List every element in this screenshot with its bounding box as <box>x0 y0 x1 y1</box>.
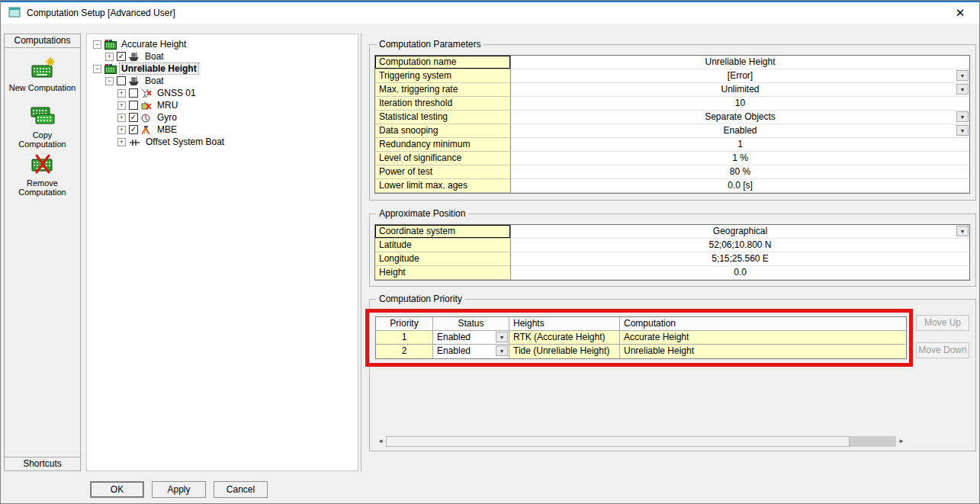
param-value[interactable]: 1 % <box>511 152 969 165</box>
expander-icon[interactable]: + <box>117 89 126 98</box>
tree-item-boat-accurate[interactable]: + ✓ Boat <box>88 50 356 63</box>
expander-icon[interactable]: + <box>117 126 126 134</box>
scroll-left-icon[interactable]: ◄ <box>375 436 386 447</box>
expander-icon[interactable]: + <box>117 114 126 122</box>
tree-item-unreliable-height[interactable]: − Unreliable Height <box>88 63 356 75</box>
scroll-right-icon[interactable]: ► <box>896 436 907 447</box>
tree-item-accurate-height[interactable]: − Accurate Height <box>88 38 356 50</box>
tree-item-label: Gyro <box>156 112 178 123</box>
param-label: Statistical testing <box>375 111 511 124</box>
param-label: Iteration threshold <box>375 97 511 111</box>
dropdown-arrow-icon[interactable]: ▼ <box>956 226 969 236</box>
dropdown-arrow-icon[interactable]: ▼ <box>496 332 508 342</box>
param-value[interactable]: 10 <box>511 97 969 111</box>
checkbox-checked[interactable]: ✓ <box>129 113 138 122</box>
param-value-combo[interactable]: Enabled▼ <box>511 124 969 138</box>
expander-icon[interactable]: − <box>93 40 101 49</box>
param-label: Data snooping <box>375 124 511 138</box>
computation-parameters-group: Computation Parameters Computation name … <box>369 44 976 201</box>
param-row-redundancy-minimum: Redundancy minimum 1 <box>375 138 969 152</box>
expander-icon[interactable]: + <box>117 101 126 110</box>
position-value[interactable]: 0.0 <box>511 266 969 280</box>
position-row-longitude: Longitude 5;15;25.560 E <box>375 252 969 266</box>
new-computation-button[interactable]: New Computation <box>5 57 80 92</box>
tree-item-boat-unreliable[interactable]: − Boat <box>88 75 356 87</box>
param-row-triggering-system: Triggering system [Error]▼ <box>375 69 969 83</box>
boat-icon <box>128 52 140 62</box>
computation-tree: − Accurate Height + ✓ Bo <box>86 34 358 471</box>
param-value[interactable]: 0.0 [s] <box>511 179 969 193</box>
param-label: Redundancy minimum <box>375 138 511 152</box>
checkbox-checked[interactable]: ✓ <box>117 52 126 61</box>
computation-parameters-title: Computation Parameters <box>376 39 484 50</box>
tab-shortcuts[interactable]: Shortcuts <box>4 457 81 471</box>
priority-header-row: Priority Status Heights Computation <box>376 317 906 331</box>
close-icon[interactable]: ✕ <box>949 6 972 20</box>
checkbox-unchecked[interactable] <box>117 76 126 85</box>
param-value-combo[interactable]: Separate Objects▼ <box>511 111 969 124</box>
copy-computation-button[interactable]: Copy Computation <box>5 104 80 149</box>
param-value[interactable]: Unreliable Height <box>511 56 969 69</box>
computation-setup-dialog: Computation Setup [Advanced User] ✕ Comp… <box>0 0 980 504</box>
checkbox-checked[interactable]: ✓ <box>129 125 138 134</box>
dropdown-arrow-icon[interactable]: ▼ <box>496 345 508 356</box>
scrollbar-thumb[interactable] <box>386 436 850 447</box>
horizontal-scrollbar[interactable]: ◄ ► <box>375 436 907 447</box>
param-label: Lower limit max. ages <box>375 179 511 193</box>
tree-item-mbe[interactable]: + ✓ MBE <box>88 124 356 136</box>
panel-divider <box>361 34 361 471</box>
cancel-button[interactable]: Cancel <box>214 481 268 498</box>
tree-item-gnss-01[interactable]: + GNSS 01 <box>88 87 356 99</box>
titlebar: Computation Setup [Advanced User] ✕ <box>1 2 979 24</box>
param-value[interactable]: 80 % <box>511 165 969 179</box>
param-label: Level of significance <box>375 152 511 165</box>
tree-item-label: MBE <box>156 124 178 135</box>
heights-cell: Tide (Unreliable Height) <box>509 345 620 358</box>
param-value[interactable]: 1 <box>511 138 969 152</box>
param-row-data-snooping: Data snooping Enabled▼ <box>375 124 969 138</box>
tree-item-gyro[interactable]: + ✓ Gyro <box>88 111 356 124</box>
priority-cell: 2 <box>376 345 433 358</box>
parameters-grid: Computation name Unreliable Height Trigg… <box>374 55 970 194</box>
heights-cell: RTK (Accurate Height) <box>509 331 620 345</box>
status-combobox[interactable]: Enabled▼ <box>433 345 509 358</box>
move-up-button[interactable]: Move Up <box>916 315 969 331</box>
tree-item-mru[interactable]: + MRU <box>88 99 356 111</box>
param-label: Max. triggering rate <box>375 83 511 97</box>
expander-icon[interactable]: + <box>117 138 126 146</box>
param-value-combo[interactable]: Unlimited▼ <box>511 83 969 97</box>
param-label: Power of test <box>375 165 511 179</box>
move-down-button[interactable]: Move Down <box>916 342 969 358</box>
remove-computation-button[interactable]: Remove Computation <box>5 152 80 197</box>
expander-icon[interactable]: − <box>93 65 101 73</box>
position-value[interactable]: 52;06;10.800 N <box>511 239 969 252</box>
priority-row-2[interactable]: 2 Enabled▼ Tide (Unreliable Height) Unre… <box>376 345 906 358</box>
apply-button[interactable]: Apply <box>152 481 206 498</box>
priority-row-1[interactable]: 1 Enabled▼ RTK (Accurate Height) Accurat… <box>376 331 906 345</box>
tree-item-offset-system-boat[interactable]: + Offset System Boat <box>88 136 356 148</box>
column-header-status: Status <box>433 317 509 331</box>
tab-computations[interactable]: Computations <box>4 34 81 48</box>
checkbox-unchecked[interactable] <box>129 88 138 98</box>
position-value[interactable]: 5;15;25.560 E <box>511 252 969 266</box>
ok-button[interactable]: OK <box>90 481 144 498</box>
param-value-combo[interactable]: [Error]▼ <box>511 69 969 83</box>
dropdown-arrow-icon[interactable]: ▼ <box>956 125 969 136</box>
position-label: Coordinate system <box>375 225 511 239</box>
dropdown-arrow-icon[interactable]: ▼ <box>956 111 969 122</box>
approximate-position-title: Approximate Position <box>376 208 468 219</box>
expander-icon[interactable]: − <box>105 77 114 85</box>
computation-priority-group: Computation Priority Priority Status Hei… <box>369 299 976 451</box>
expander-icon[interactable]: + <box>105 53 114 61</box>
gnss-icon <box>140 88 153 98</box>
param-row-statistical-testing: Statistical testing Separate Objects▼ <box>375 111 969 124</box>
tree-item-label-selected: Unreliable Height <box>120 63 198 74</box>
new-computation-icon <box>30 72 56 82</box>
param-row-max-triggering-rate: Max. triggering rate Unlimited▼ <box>375 83 969 97</box>
checkbox-unchecked[interactable] <box>129 101 138 110</box>
dropdown-arrow-icon[interactable]: ▼ <box>956 84 969 95</box>
tree-item-label: Accurate Height <box>120 39 188 50</box>
position-value-combo[interactable]: Geographical▼ <box>511 225 969 239</box>
dropdown-arrow-icon[interactable]: ▼ <box>956 70 969 81</box>
status-combobox[interactable]: Enabled▼ <box>433 331 509 345</box>
